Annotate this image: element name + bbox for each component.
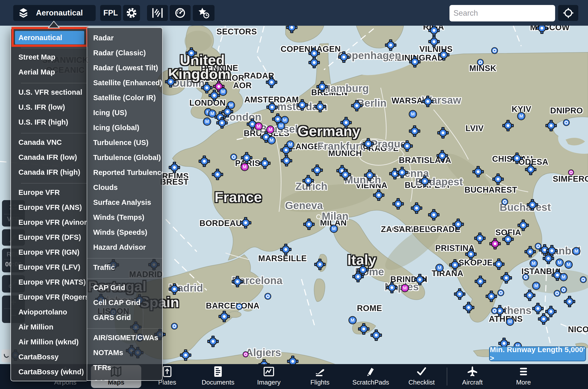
tab-scratchpads[interactable]: ScratchPads: [351, 364, 391, 389]
min-runway-filter-button[interactable]: Min. Runway Length 5,000' >: [489, 346, 586, 361]
menu-item-u-s-ifr-high[interactable]: U.S. IFR (high): [11, 115, 87, 130]
menu-item-icing-us[interactable]: Icing (US): [87, 105, 162, 120]
airport-marker[interactable]: [492, 173, 504, 185]
airport-marker[interactable]: [267, 136, 276, 145]
airport-marker[interactable]: [209, 90, 220, 101]
menu-item-gars-grid[interactable]: GARS Grid: [87, 310, 162, 325]
menu-item-canada-ifr-low[interactable]: Canada IFR (low): [11, 150, 87, 165]
menu-item-cartabossy-wknd[interactable]: CartaBossy (wknd): [11, 364, 87, 379]
airport-marker[interactable]: [180, 349, 191, 361]
airport-marker[interactable]: [400, 283, 410, 293]
airport-marker[interactable]: [474, 233, 486, 244]
menu-item-winds-temps[interactable]: Winds (Temps): [87, 210, 162, 225]
airport-marker[interactable]: [517, 220, 529, 231]
menu-item-u-s-vfr-sectional[interactable]: U.S. VFR sectional: [11, 85, 87, 100]
airport-marker[interactable]: [266, 77, 277, 88]
airport-marker[interactable]: [358, 323, 369, 335]
menu-item-canada-ifr-high[interactable]: Canada IFR (high): [11, 165, 87, 180]
airport-marker[interactable]: [543, 253, 554, 264]
airport-marker[interactable]: [212, 169, 223, 180]
tab-flights[interactable]: Flights: [300, 364, 340, 389]
airport-marker[interactable]: [449, 259, 461, 271]
airport-marker[interactable]: [169, 162, 180, 173]
fpl-button[interactable]: FPL: [100, 5, 121, 21]
airport-marker[interactable]: [186, 47, 197, 59]
airport-marker[interactable]: [329, 224, 339, 233]
airport-marker[interactable]: [207, 336, 219, 347]
airport-marker[interactable]: [165, 76, 176, 87]
airport-marker[interactable]: [422, 96, 434, 107]
menu-item-notams[interactable]: NOTAMs: [87, 345, 162, 360]
menu-item-europe-vfr[interactable]: Europe VFR: [11, 185, 87, 200]
airport-marker[interactable]: [501, 272, 512, 284]
airport-marker[interactable]: [409, 56, 421, 68]
airport-marker[interactable]: [472, 166, 484, 177]
menu-item-europe-vfr-dfs[interactable]: Europe VFR (DFS): [11, 230, 87, 245]
airport-marker[interactable]: [235, 303, 243, 311]
airport-marker[interactable]: [370, 329, 382, 341]
menu-item-europe-vfr-lfv[interactable]: Europe VFR (LFV): [11, 260, 87, 275]
airport-marker[interactable]: [340, 169, 351, 180]
tab-aircraft[interactable]: Aircraft: [452, 364, 492, 389]
airport-marker[interactable]: [414, 274, 426, 285]
airport-marker[interactable]: [363, 138, 374, 150]
menu-item-satellite-enhanced[interactable]: Satellite (Enhanced): [87, 75, 162, 90]
menu-item-street-map[interactable]: Street Map: [11, 50, 87, 65]
airport-marker[interactable]: [170, 322, 179, 330]
airport-marker[interactable]: [276, 121, 286, 131]
airport-marker[interactable]: [230, 153, 238, 161]
airport-marker[interactable]: [303, 219, 315, 230]
airport-marker[interactable]: [491, 47, 499, 55]
airport-marker[interactable]: [564, 260, 573, 269]
tab-imagery[interactable]: Imagery: [249, 364, 289, 389]
airport-marker[interactable]: [338, 51, 350, 63]
airport-marker[interactable]: [308, 57, 320, 68]
airport-marker[interactable]: [352, 271, 364, 282]
menu-item-radar-lowest-tilt[interactable]: Radar (Lowest Tilt): [87, 60, 162, 75]
airport-marker[interactable]: [408, 109, 418, 119]
airport-marker[interactable]: [497, 289, 505, 297]
tab-more[interactable]: More: [504, 364, 543, 389]
search-field[interactable]: [449, 5, 555, 21]
airport-marker[interactable]: [232, 276, 243, 287]
airport-marker[interactable]: [476, 58, 485, 67]
airport-marker[interactable]: [524, 290, 535, 301]
menu-item-europe-vfr-avinor[interactable]: Europe VFR (Avinor): [11, 215, 87, 230]
airport-marker[interactable]: [280, 144, 292, 156]
airport-marker[interactable]: [240, 162, 249, 172]
airport-marker[interactable]: [555, 258, 564, 267]
airport-marker[interactable]: [428, 25, 440, 36]
instruments-button[interactable]: [170, 5, 191, 21]
airport-marker[interactable]: [534, 242, 542, 250]
menu-item-reported-turbulence[interactable]: Reported Turbulence: [87, 165, 162, 180]
menu-item-clouds[interactable]: Clouds: [87, 180, 162, 195]
airport-marker[interactable]: [281, 155, 292, 166]
airport-marker[interactable]: [502, 233, 514, 245]
airport-marker[interactable]: [486, 291, 497, 302]
locate-button[interactable]: [558, 5, 578, 21]
menu-item-satellite-color-ir[interactable]: Satellite (Color IR): [87, 90, 162, 105]
airport-marker[interactable]: [419, 175, 431, 187]
menu-item-radar-classic[interactable]: Radar (Classic): [87, 45, 162, 60]
menu-item-radar[interactable]: Radar: [87, 30, 162, 45]
airport-marker[interactable]: [242, 351, 249, 358]
airport-marker[interactable]: [280, 244, 292, 255]
menu-item-tfrs[interactable]: TFRs: [87, 360, 162, 375]
menu-item-air-million-wknd[interactable]: Air Million (wknd): [11, 334, 87, 349]
airport-marker[interactable]: [545, 120, 557, 131]
airport-marker[interactable]: [314, 259, 326, 270]
airport-marker[interactable]: [259, 157, 271, 169]
settings-button[interactable]: [123, 5, 140, 21]
tab-documents[interactable]: Documents: [198, 364, 238, 389]
airport-marker[interactable]: [463, 302, 474, 313]
airport-marker[interactable]: [465, 248, 477, 260]
menu-item-gafor[interactable]: GAFOR: [87, 375, 162, 381]
airport-marker[interactable]: [538, 313, 549, 325]
airport-marker[interactable]: [266, 101, 278, 113]
menu-item-turbulence-global[interactable]: Turbulence (Global): [87, 150, 162, 165]
airport-marker[interactable]: [475, 276, 486, 287]
airport-marker[interactable]: [522, 273, 530, 281]
airport-marker[interactable]: [529, 259, 538, 268]
airport-marker[interactable]: [264, 292, 272, 301]
airport-marker[interactable]: [560, 286, 568, 294]
